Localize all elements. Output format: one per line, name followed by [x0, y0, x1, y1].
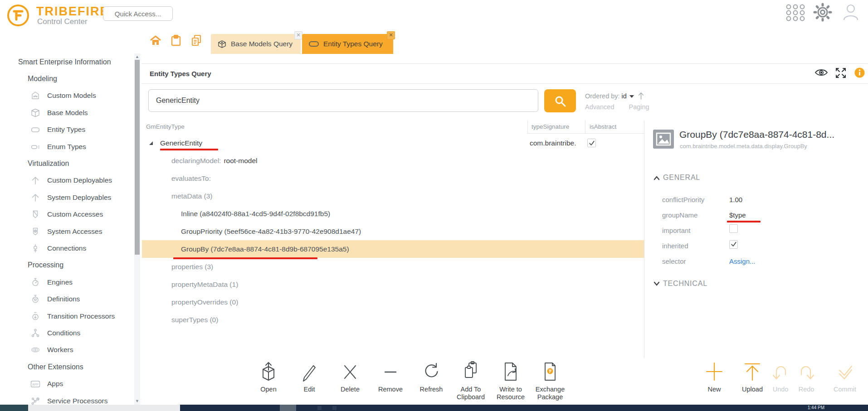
sidebar-item-transition-processors[interactable]: Transition Processors: [0, 308, 134, 324]
section-technical[interactable]: TECHNICAL: [653, 280, 707, 288]
assign-link[interactable]: Assign...: [729, 256, 756, 267]
write-to-resource-button[interactable]: Write to Resource: [489, 360, 532, 401]
tree-row-properties[interactable]: properties (3): [142, 258, 644, 276]
sidebar-group-processing[interactable]: Processing: [0, 257, 134, 274]
ordered-by-control[interactable]: Ordered by: id: [585, 92, 644, 100]
tree-row-property-meta-data[interactable]: propertyMetaData (1): [142, 276, 644, 293]
engines-icon: [30, 277, 41, 288]
column-header-is-abstract[interactable]: isAbstract: [590, 121, 616, 133]
details-title: GroupBy (7dc7e8aa-8874-4c81-8d...: [679, 129, 834, 140]
new-button[interactable]: New: [693, 360, 735, 393]
close-tab-icon[interactable]: ✕: [387, 31, 395, 39]
sidebar-item-system-accesses[interactable]: System Accesses: [0, 223, 134, 240]
sidebar-group-modeling[interactable]: Modeling: [0, 70, 134, 87]
scroll-up-icon[interactable]: ▲: [134, 54, 140, 60]
settings-gear-icon[interactable]: [812, 2, 833, 23]
chevron-up-icon: [653, 175, 660, 180]
definitions-icon: [30, 294, 41, 305]
remove-button[interactable]: Remove: [369, 360, 412, 393]
sidebar-group-virtualization[interactable]: Virtualization: [0, 155, 134, 172]
chevron-down-icon: [629, 95, 634, 98]
service-processors-icon: [30, 396, 41, 405]
sidebar-item-apps[interactable]: APP Apps: [0, 375, 134, 392]
tree-row-inline[interactable]: Inline (a84024f0-88a1-4cd5-9d4f-02f8bcd9…: [142, 205, 644, 222]
sidebar-item-entity-types[interactable]: Entity Types: [0, 121, 134, 138]
important-checkbox[interactable]: [729, 224, 738, 236]
search-button[interactable]: [544, 89, 576, 112]
info-icon[interactable]: [854, 68, 865, 78]
add-to-clipboard-button[interactable]: Add To Clipboard: [449, 360, 493, 401]
sidebar-item-engines[interactable]: Engines: [0, 274, 134, 290]
taskbar-search-field[interactable]: [28, 405, 180, 411]
is-abstract-checkbox[interactable]: [587, 139, 596, 148]
column-header-entity[interactable]: GmEntityType: [146, 121, 185, 133]
visibility-eye-icon[interactable]: [814, 67, 829, 78]
group-name-value[interactable]: $type: [729, 210, 746, 221]
taskbar-app-icon[interactable]: [317, 406, 322, 410]
close-tab-icon[interactable]: ✕: [294, 31, 302, 39]
scrollbar-thumb[interactable]: [135, 60, 140, 255]
sidebar-item-definitions[interactable]: Definitions: [0, 290, 134, 307]
taskbar-clock: 1:44 PM: [808, 405, 824, 410]
transition-processors-icon: [30, 311, 41, 322]
tree-row-group-priority[interactable]: GroupPriority (5eef56ce-4a82-41b3-9770-4…: [142, 222, 644, 240]
user-profile-icon[interactable]: [841, 3, 860, 22]
section-general[interactable]: GENERAL: [653, 174, 700, 182]
page-title: Entity Types Query: [150, 64, 211, 83]
sidebar-item-smart-enterprise-information[interactable]: Smart Enterprise Information: [0, 53, 134, 70]
copy-pages-icon[interactable]: [190, 34, 202, 46]
expanded-triangle-icon[interactable]: [148, 140, 154, 146]
sidebar-item-custom-models[interactable]: Custom Models: [0, 87, 134, 104]
sidebar-item-custom-deployables[interactable]: Custom Deployables: [0, 172, 134, 189]
sort-direction-up-icon[interactable]: [638, 92, 644, 100]
sidebar-group-other-extensions[interactable]: Other Extensions: [0, 358, 134, 375]
tree-row-declaring-model[interactable]: declaringModel:root-model: [142, 152, 644, 169]
inherited-checkbox[interactable]: [729, 240, 738, 251]
advanced-link[interactable]: Advanced: [585, 103, 614, 111]
app-grid-menu-icon[interactable]: [785, 4, 806, 22]
tab-entity-types-query[interactable]: Entity Types Query ✕: [302, 34, 393, 54]
tree-row-meta-data[interactable]: metaData (3): [142, 187, 644, 205]
conflict-priority-value[interactable]: 1.00: [729, 194, 742, 205]
sidebar-item-custom-accesses[interactable]: Custom Accesses: [0, 206, 134, 223]
taskbar-start-area[interactable]: [0, 405, 28, 411]
sidebar-item-enum-types[interactable]: Enum Types: [0, 138, 134, 155]
edit-button[interactable]: Edit: [288, 360, 331, 393]
home-icon[interactable]: [150, 34, 161, 46]
tree-row-property-overrides[interactable]: propertyOverrides (0): [142, 293, 644, 311]
search-input[interactable]: [148, 89, 538, 112]
taskbar-active-app-button[interactable]: [280, 405, 296, 411]
sidebar-item-conditions[interactable]: Conditions: [0, 324, 134, 341]
sidebar-item-service-processors[interactable]: Service Processors: [0, 392, 134, 405]
quick-access-input[interactable]: [103, 6, 173, 21]
refresh-button[interactable]: Refresh: [410, 360, 453, 393]
commit-button: Commit: [824, 360, 866, 393]
tree-row-super-types[interactable]: superTypes (0): [142, 311, 644, 329]
paging-link[interactable]: Paging: [629, 103, 649, 111]
details-subtitle: com.braintribe.model.meta.data.display.G…: [680, 143, 807, 150]
top-bar: TRIBEFIRE Control Center: [0, 0, 868, 28]
sidebar-item-connections[interactable]: Connections: [0, 240, 134, 256]
query-panel-header: Entity Types Query: [141, 63, 868, 84]
search-icon: [547, 94, 573, 108]
sidebar-scrollbar[interactable]: ▲ ▼: [134, 53, 140, 405]
column-separator: [527, 121, 528, 133]
tab-base-models-query[interactable]: Base Models Query ✕: [211, 34, 301, 54]
column-header-type-signature[interactable]: typeSignature: [532, 121, 569, 133]
commit-double-check-icon: [834, 360, 856, 383]
clipboard-icon[interactable]: [170, 34, 182, 46]
maximize-icon[interactable]: [834, 67, 847, 79]
header-underline: [527, 133, 644, 134]
sidebar-item-workers[interactable]: Workers: [0, 342, 134, 358]
delete-button[interactable]: Delete: [328, 360, 372, 393]
tree-row-evaluates-to[interactable]: evaluatesTo:: [142, 169, 644, 187]
scroll-down-icon[interactable]: ▼: [134, 398, 140, 404]
entity-types-icon: [30, 124, 41, 135]
search-options: Advanced Paging: [585, 103, 662, 111]
sidebar-item-base-models[interactable]: Base Models: [0, 104, 134, 121]
sidebar-item-system-deployables[interactable]: System Deployables: [0, 189, 134, 206]
tree-row-group-by-selected[interactable]: GroupBy (7dc7e8aa-8874-4c81-8d9b-687095e…: [142, 240, 644, 258]
taskbar-app-icon[interactable]: [332, 406, 336, 410]
open-button[interactable]: Open: [247, 360, 290, 393]
exchange-package-button[interactable]: Exchange Package: [528, 360, 572, 401]
